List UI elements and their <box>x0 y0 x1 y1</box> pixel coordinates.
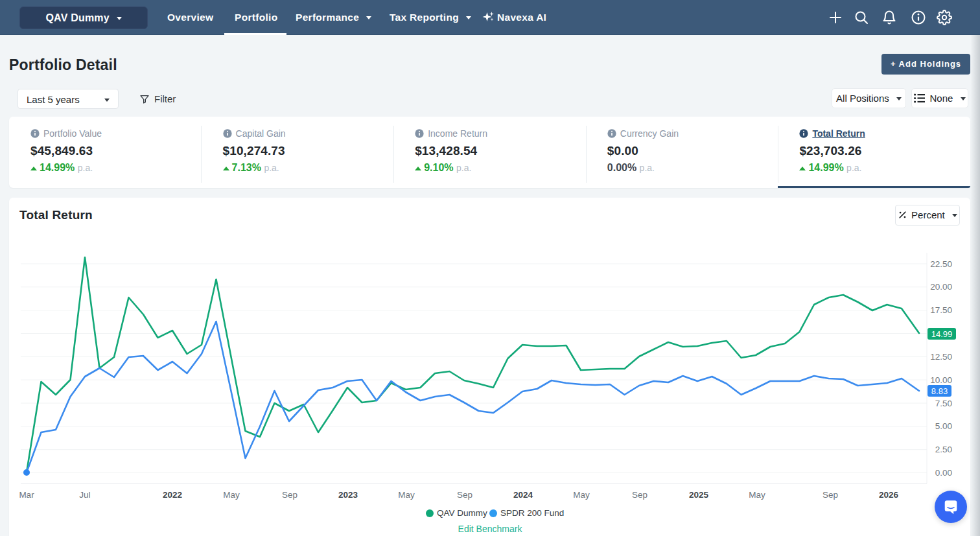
svg-text:7.50: 7.50 <box>935 399 952 408</box>
svg-text:14.99: 14.99 <box>931 329 953 339</box>
svg-text:2.50: 2.50 <box>935 445 952 454</box>
svg-text:12.50: 12.50 <box>930 352 952 362</box>
svg-text:Jul: Jul <box>79 490 90 500</box>
svg-text:2024: 2024 <box>513 490 533 500</box>
svg-text:May: May <box>749 490 765 500</box>
svg-text:Sep: Sep <box>282 490 298 500</box>
svg-text:0.00: 0.00 <box>935 468 952 478</box>
svg-text:Sep: Sep <box>822 490 838 500</box>
svg-text:10.00: 10.00 <box>930 375 952 385</box>
svg-text:5.00: 5.00 <box>935 421 952 431</box>
svg-text:Mar: Mar <box>19 490 34 500</box>
svg-text:Sep: Sep <box>632 490 648 500</box>
svg-text:May: May <box>573 490 590 500</box>
svg-text:May: May <box>398 490 415 500</box>
svg-text:Sep: Sep <box>457 490 472 500</box>
svg-text:2023: 2023 <box>338 490 358 500</box>
svg-text:2022: 2022 <box>163 490 182 500</box>
svg-text:22.50: 22.50 <box>930 259 952 269</box>
svg-text:2025: 2025 <box>689 490 709 500</box>
svg-text:8.83: 8.83 <box>931 386 948 396</box>
svg-text:20.00: 20.00 <box>930 282 952 292</box>
svg-text:2026: 2026 <box>879 490 899 500</box>
svg-text:May: May <box>223 490 240 500</box>
svg-text:17.50: 17.50 <box>930 305 952 315</box>
